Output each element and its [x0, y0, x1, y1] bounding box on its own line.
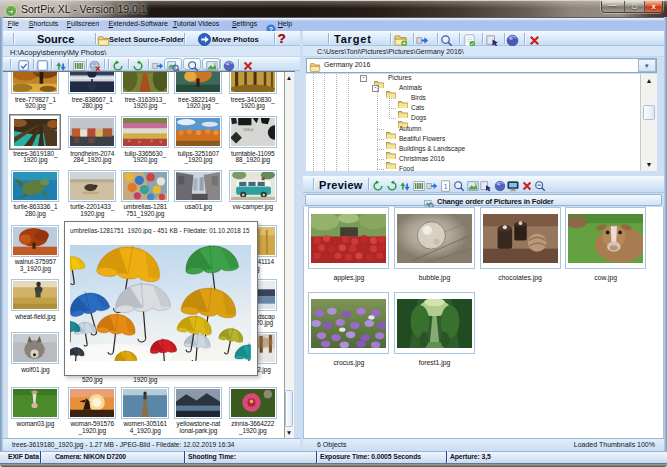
- svg-text:OG-0: OG-0: [243, 127, 254, 132]
- svg-text:1: 1: [443, 183, 447, 190]
